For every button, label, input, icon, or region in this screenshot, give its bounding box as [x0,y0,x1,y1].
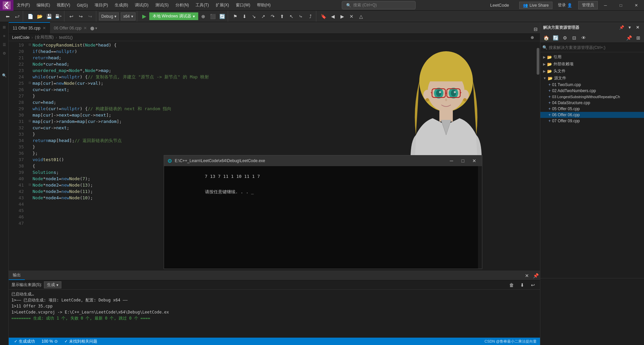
tree-item-offer06[interactable]: + 06 Offer 06.cpp [540,112,644,118]
sol-expand-button[interactable]: ⊞ [634,33,643,42]
bookmark-up[interactable]: △ [357,12,365,21]
bookmark-clear[interactable]: ✕ [347,12,356,21]
bookmark-prev[interactable]: ◀ [328,12,337,21]
save-all-button[interactable]: 💾+ [54,12,63,21]
minimize-button[interactable]: ─ [598,0,613,11]
step-in-button[interactable]: ↘ [250,12,258,21]
save-button[interactable]: 💾 [45,12,53,21]
step-out-button[interactable]: ↗ [259,12,268,21]
attach-button[interactable]: ⊕ [199,12,208,21]
console-scrollbar[interactable] [478,166,482,269]
menu-edit[interactable]: 编辑(E) [33,0,53,10]
status-problems[interactable]: ✓ 未找到相关问题 [62,339,99,344]
output-clear-button[interactable]: 🗑 [507,281,516,289]
fold-31[interactable]: ⊟ [27,118,33,124]
expand-button[interactable]: ⊕ [528,33,537,42]
sol-home-button[interactable]: 🏠 [542,33,550,42]
bookmark-next[interactable]: ▶ [338,12,346,21]
tree-item-addtwo[interactable]: + 02 AddTwoNumbers.cpp [540,88,644,94]
panel-tab-output[interactable]: 输出 [9,271,25,280]
menu-git[interactable]: Git(G) [73,0,91,10]
output-scroll-button[interactable]: ⬇ [518,281,527,289]
status-build[interactable]: ✓ 生成成功 [12,339,37,344]
sol-pin2-button[interactable]: 📌 [625,33,633,42]
menu-window[interactable]: 窗口(W) [232,0,254,10]
panel-pin-button[interactable]: 📌 [531,271,540,280]
ls-btn-4[interactable]: ⚙ [1,50,8,57]
new-file-button[interactable]: 📄 [26,12,35,21]
fold-25[interactable]: ⊟ [27,79,33,86]
run-label-button[interactable]: 本地 Windows 调试器 ▾ [149,12,198,20]
tab-offer35[interactable]: 11 Offer 35.cpp ✕ [9,22,50,33]
admin-button[interactable]: 管理员 [578,1,598,9]
ls-btn-2[interactable]: ≡ [1,32,8,40]
tree-item-longest[interactable]: + 03 LongestSubstringWithoutRepeatingCh [540,94,644,100]
menu-tools[interactable]: 工具(T) [192,0,212,10]
platform-dropdown[interactable]: x64 ▾ [121,12,135,20]
search-box[interactable]: 🔍 搜索 (Ctrl+Q) [342,1,416,9]
step-over-button[interactable]: ⬇ [240,12,249,21]
tree-item-datastruct[interactable]: + 04 DataStructure.cpp [540,100,644,106]
maximize-button[interactable]: □ [613,0,629,11]
tree-item-external-deps[interactable]: ▶ 📂 外部依赖项 [540,61,644,68]
scrollbar-thumb[interactable] [537,48,539,75]
stop-button[interactable]: ⬛ [208,12,217,21]
tab-offer06[interactable]: 06 Offer 06.cpp ✕ ⬤ ▾ [50,22,102,33]
status-zoom[interactable]: 100 % ⊙ [40,339,60,344]
ls-btn-3[interactable]: ☰ [1,41,8,48]
open-button[interactable]: 📂 [35,12,44,21]
panel-close-button[interactable]: ✕ [523,271,531,280]
output-source-dropdown[interactable]: 生成 ▾ [44,281,61,288]
forward-button[interactable]: ⮐ [13,12,21,21]
debug-config-dropdown[interactable]: Debug ▾ [99,12,119,20]
menu-test[interactable]: 测试(S) [152,0,172,10]
code-editor[interactable]: 19 20 21 22 23 24 25 26 27 28 29 30 31 3… [9,41,540,271]
debug6-button[interactable]: ⤴ [306,12,315,21]
debug5-button[interactable]: ⤷ [297,12,305,21]
solution-search-input[interactable] [549,45,642,50]
debug3-button[interactable]: ⬆ [278,12,286,21]
editor-scrollbar[interactable] [536,41,540,271]
sol-show-all-button[interactable]: 👁 [579,33,588,42]
output-wrap-button[interactable]: ↩ [529,281,537,289]
tab-offer06-close[interactable]: ✕ [84,26,87,30]
sol-close-button[interactable]: ✕ [634,24,641,31]
back-button[interactable]: ⬅ [3,12,12,21]
tree-item-source[interactable]: ▼ 📂 源文件 [540,75,644,82]
menu-file[interactable]: 文件(F) [13,0,33,10]
sol-sync-button[interactable]: 🔄 [551,33,560,42]
sol-pin-button[interactable]: 📌 [618,24,625,31]
menu-build[interactable]: 生成(B) [111,0,131,10]
tab-split-button[interactable]: ⊟ [531,25,540,33]
fold-41[interactable]: ⊟ [27,181,33,188]
restart-button[interactable]: 🔄 [218,12,226,21]
undo-button[interactable]: ↩ [67,12,76,21]
menu-debug[interactable]: 调试(D) [131,0,152,10]
start-debug-button[interactable]: ▶ [140,12,149,21]
close-button[interactable]: ✕ [629,0,644,11]
continue-button[interactable]: ↷ [268,12,277,21]
sol-filter-button[interactable]: ⚙ [560,33,569,42]
console-minimize-button[interactable]: ─ [447,156,456,165]
tab-offer35-close[interactable]: ✕ [43,26,46,30]
console-close-button[interactable]: ✕ [470,156,479,165]
sol-collapse-all-button[interactable]: ⊟ [570,33,579,42]
menu-project[interactable]: 项目(P) [91,0,111,10]
redo2-button[interactable]: ↪ [86,12,95,21]
redo-button[interactable]: ↪ [76,12,85,21]
tree-item-references[interactable]: ▶ 📂 引用 [540,54,644,61]
menu-analyze[interactable]: 分析(N) [172,0,193,10]
menu-help[interactable]: 帮助(H) [254,0,274,10]
login-button[interactable]: 登录 👤 [555,1,575,9]
fold-19[interactable]: ⊟ [27,41,33,48]
tree-item-twosum[interactable]: + 01 TwoSum.cpp [540,82,644,88]
live-share-button[interactable]: 👥 Live Share [519,2,552,9]
console-maximize-button[interactable]: □ [459,156,467,165]
sol-menu-button[interactable]: ▾ [626,24,633,31]
tree-item-headers[interactable]: ▶ 📂 头文件 [540,68,644,75]
bookmark-button[interactable]: 🔖 [319,12,328,21]
menu-extensions[interactable]: 扩展(X) [212,0,232,10]
debug4-button[interactable]: ↖ [287,12,296,21]
breakpoints-button[interactable]: ⚑ [231,12,239,21]
tree-item-offer05[interactable]: + 05 Offer 05.cpp [540,106,644,112]
